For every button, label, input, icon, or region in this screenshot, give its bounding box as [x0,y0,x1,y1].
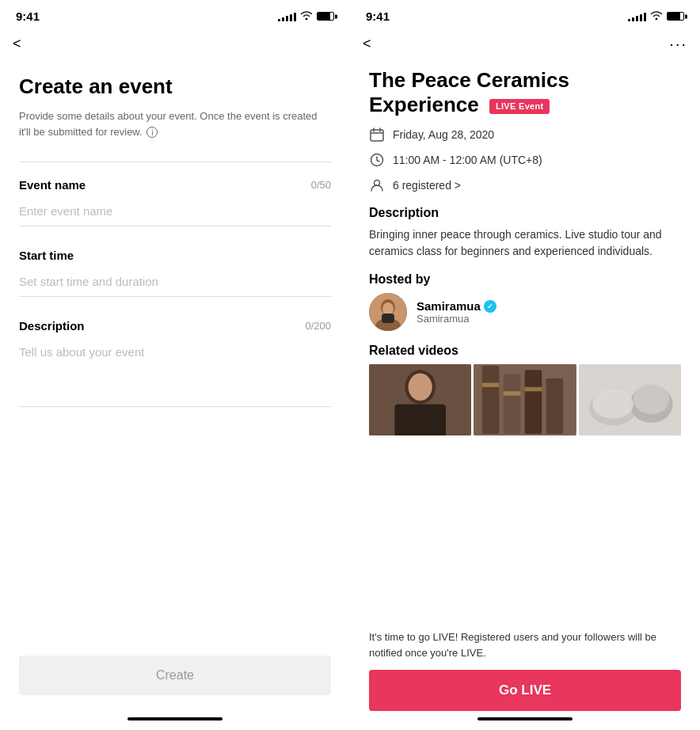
live-badge: LIVE Event [489,99,550,114]
back-button-left[interactable]: < [13,32,28,55]
detail-content: The Peace Ceramics Experience LIVE Event… [350,62,700,629]
svg-rect-19 [525,387,542,391]
host-name: Samiramua ✓ [417,299,496,313]
event-detail-screen: 9:41 [350,0,700,730]
form-divider [19,162,331,162]
svg-rect-18 [504,392,521,396]
svg-rect-14 [504,375,521,434]
wifi-icon [300,10,313,22]
svg-point-6 [382,302,394,315]
host-avatar [369,293,407,331]
time-left: 9:41 [16,10,40,23]
verified-icon: ✓ [484,300,496,313]
svg-point-23 [592,390,633,419]
description-header: Description 0/200 [19,319,331,333]
related-videos-section: Related videos [369,344,681,435]
battery-icon [317,12,334,21]
event-title: The Peace Ceramics Experience LIVE Event [369,68,681,117]
start-time-header: Start time [19,249,331,262]
status-icons-right [628,10,684,22]
event-date: Friday, Aug 28, 2020 [393,128,494,141]
status-icons-left [278,10,334,22]
page-title: Create an event [19,74,331,99]
wifi-icon-right [650,10,663,22]
event-name-header: Event name 0/50 [19,178,331,192]
person-icon [369,177,385,193]
event-time: 11:00 AM - 12:00 AM (UTC+8) [393,154,542,166]
description-title: Description [369,206,681,220]
video-thumb-3[interactable] [579,364,681,435]
go-live-notice: It's time to go LIVE! Registered users a… [369,629,681,660]
event-time-row: 11:00 AM - 12:00 AM (UTC+8) [369,152,681,168]
event-registered-row[interactable]: 6 registered > [369,177,681,193]
related-videos-title: Related videos [369,344,681,358]
svg-rect-11 [394,405,446,436]
start-time-input[interactable] [19,272,331,297]
event-name-counter: 0/50 [311,179,331,191]
description-body: Bringing inner peace through ceramics. L… [369,226,681,260]
videos-row [369,364,681,435]
event-name-field: Event name 0/50 [19,178,331,226]
signal-icon [278,12,296,21]
event-date-row: Friday, Aug 28, 2020 [369,127,681,143]
svg-point-24 [633,384,669,415]
create-button[interactable]: Create [19,656,331,695]
signal-icon-right [628,12,646,21]
create-event-screen: 9:41 [0,0,350,730]
nav-bar-left: < [0,29,350,62]
battery-icon-right [667,12,684,21]
svg-rect-16 [546,378,564,434]
registered-count[interactable]: 6 registered > [393,179,461,192]
time-right: 9:41 [366,10,390,23]
nav-bar-right: < ··· [350,29,700,62]
description-input[interactable] [19,342,331,407]
svg-rect-17 [482,383,500,387]
status-bar-right: 9:41 [350,0,700,29]
calendar-icon [369,127,385,143]
svg-rect-7 [382,314,394,323]
host-avatar-image [369,293,407,331]
description-section: Description Bringing inner peace through… [369,206,681,260]
svg-rect-0 [371,130,383,141]
create-button-container: Create [0,643,350,711]
info-icon[interactable]: i [146,127,158,138]
description-label: Description [19,319,85,333]
svg-rect-15 [525,371,542,435]
page-subtitle: Provide some details about your event. O… [19,108,331,139]
description-counter: 0/200 [305,320,331,332]
host-username: Samiramua [417,313,496,325]
host-row[interactable]: Samiramua ✓ Samiramua [369,293,681,331]
create-content: Create an event Provide some details abo… [0,62,350,643]
svg-point-10 [409,374,432,401]
more-button[interactable]: ··· [669,35,687,53]
home-indicator-left [127,717,223,720]
go-live-button[interactable]: Go LIVE [369,670,681,711]
start-time-label: Start time [19,249,74,262]
status-bar-left: 9:41 [0,0,350,29]
event-name-label: Event name [19,178,86,192]
back-button-right[interactable]: < [363,32,378,55]
svg-rect-13 [482,366,500,434]
event-name-input[interactable] [19,201,331,226]
host-info: Samiramua ✓ Samiramua [417,299,496,325]
video-thumb-2[interactable] [474,364,576,435]
home-indicator-right [477,717,573,720]
hosted-by-section: Hosted by [369,272,681,331]
video-thumb-1[interactable] [369,364,471,435]
hosted-by-title: Hosted by [369,272,681,287]
go-live-section: It's time to go LIVE! Registered users a… [350,629,700,711]
start-time-field: Start time [19,249,331,297]
description-field: Description 0/200 [19,319,331,407]
clock-icon [369,152,385,168]
